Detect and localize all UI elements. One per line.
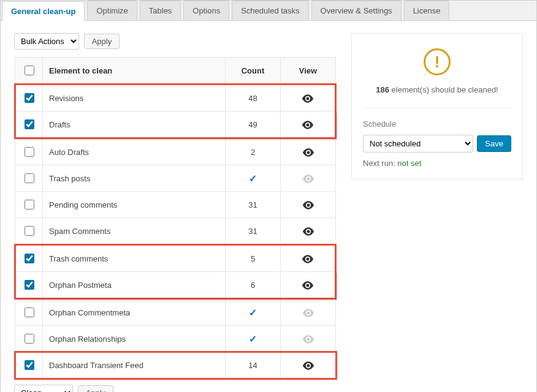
row-label: Drafts xyxy=(43,111,226,138)
select-all-checkbox[interactable] xyxy=(25,66,34,75)
row-count: 5 xyxy=(226,245,281,272)
row-view xyxy=(281,138,336,165)
row-checkbox[interactable] xyxy=(25,280,34,290)
eye-icon[interactable] xyxy=(302,335,314,344)
bulk-actions-bottom: Clean Apply xyxy=(14,385,337,392)
row-count: ✓ xyxy=(226,326,281,352)
eye-icon[interactable] xyxy=(302,309,314,317)
col-element: Element to clean xyxy=(43,58,226,85)
table-row: Drafts49 xyxy=(15,111,336,138)
apply-button-top[interactable]: Apply xyxy=(84,34,120,49)
bulk-actions-select[interactable]: Bulk Actions xyxy=(14,33,79,50)
row-checkbox[interactable] xyxy=(25,147,34,157)
table-row: Orphan Postmeta6 xyxy=(15,272,336,299)
row-view xyxy=(281,272,336,299)
row-count: 2 xyxy=(226,138,281,165)
row-label: Auto Drafts xyxy=(43,138,226,165)
summary-count: 186 xyxy=(376,85,389,94)
table-row: Trash comments5 xyxy=(15,245,336,272)
schedule-title: Schedule xyxy=(363,119,511,129)
eye-icon[interactable] xyxy=(302,255,314,263)
warning-icon: ! xyxy=(424,48,451,75)
row-view xyxy=(281,111,336,138)
save-button[interactable]: Save xyxy=(477,135,511,152)
row-checkbox[interactable] xyxy=(25,93,34,103)
row-count: 49 xyxy=(226,111,281,138)
row-label: Pending comments xyxy=(43,192,226,218)
row-view xyxy=(281,326,336,352)
row-checkbox[interactable] xyxy=(25,119,34,129)
table-row: Pending comments31 xyxy=(15,192,336,218)
row-checkbox[interactable] xyxy=(25,173,34,183)
eye-icon[interactable] xyxy=(302,175,314,183)
sidebar-panel: ! 186 element(s) should be cleaned! Sche… xyxy=(351,33,523,179)
eye-icon[interactable] xyxy=(302,281,314,290)
tab-scheduled-tasks[interactable]: Scheduled tasks xyxy=(232,1,308,20)
row-label: Orphan Commentmeta xyxy=(43,299,226,326)
row-view xyxy=(281,165,336,192)
row-view xyxy=(281,245,336,272)
row-count: 14 xyxy=(226,352,281,379)
tab-tables[interactable]: Tables xyxy=(140,1,181,20)
eye-icon[interactable] xyxy=(302,201,314,209)
eye-icon[interactable] xyxy=(302,148,314,157)
tab-general-clean-up[interactable]: General clean-up xyxy=(2,1,85,21)
table-row: Auto Drafts2 xyxy=(15,138,336,165)
tab-license[interactable]: License xyxy=(404,1,450,20)
tabs: General clean-upOptimizeTablesOptionsSch… xyxy=(1,1,536,21)
row-checkbox[interactable] xyxy=(25,254,34,263)
check-icon: ✓ xyxy=(249,334,257,344)
eye-icon[interactable] xyxy=(302,94,314,103)
row-count: 48 xyxy=(226,85,281,111)
row-count: 31 xyxy=(226,218,281,245)
row-label: Trash posts xyxy=(43,165,226,192)
next-run: Next run: not set xyxy=(363,159,511,168)
clean-select[interactable]: Clean xyxy=(14,385,73,392)
row-label: Orphan Postmeta xyxy=(43,272,226,299)
eye-icon[interactable] xyxy=(302,227,314,236)
row-checkbox[interactable] xyxy=(25,307,34,317)
row-label: Orphan Relationships xyxy=(43,326,226,352)
row-count: 31 xyxy=(226,192,281,218)
row-view xyxy=(281,192,336,218)
row-label: Trash comments xyxy=(43,245,226,272)
table-row: Revisions48 xyxy=(15,85,336,111)
table-row: Spam Comments31 xyxy=(15,218,336,245)
select-all-header xyxy=(15,58,43,85)
table-row: Orphan Commentmeta✓ xyxy=(15,299,336,326)
next-run-value: not set xyxy=(397,159,421,168)
col-view: View xyxy=(281,58,336,85)
row-label: Revisions xyxy=(43,85,226,111)
row-checkbox[interactable] xyxy=(25,226,34,236)
table-row: Dashboard Transient Feed14 xyxy=(15,352,336,379)
table-row: Trash posts✓ xyxy=(15,165,336,192)
row-count: ✓ xyxy=(226,165,281,192)
apply-button-bottom[interactable]: Apply xyxy=(78,385,114,392)
eye-icon[interactable] xyxy=(302,361,314,370)
bulk-actions-top: Bulk Actions Apply xyxy=(14,33,337,50)
summary-suffix: element(s) should be cleaned! xyxy=(389,85,498,94)
row-checkbox[interactable] xyxy=(25,334,34,344)
check-icon: ✓ xyxy=(249,173,257,184)
cleanup-table: Element to clean Count View Revisions48D… xyxy=(14,57,337,379)
row-view xyxy=(281,352,336,379)
row-view xyxy=(281,299,336,326)
row-checkbox[interactable] xyxy=(25,360,34,370)
tab-options[interactable]: Options xyxy=(183,1,229,20)
row-label: Spam Comments xyxy=(43,218,226,245)
row-checkbox[interactable] xyxy=(25,200,34,209)
row-view xyxy=(281,218,336,245)
check-icon: ✓ xyxy=(249,307,257,318)
row-label: Dashboard Transient Feed xyxy=(43,352,226,379)
table-row: Orphan Relationships✓ xyxy=(15,326,336,352)
col-count: Count xyxy=(226,58,281,85)
row-count: 6 xyxy=(226,272,281,299)
row-view xyxy=(281,85,336,111)
next-run-label: Next run: xyxy=(363,159,397,168)
tab-overview-settings[interactable]: Overview & Settings xyxy=(311,1,402,20)
row-count: ✓ xyxy=(226,299,281,326)
schedule-select[interactable]: Not scheduled xyxy=(363,135,473,153)
summary-text: 186 element(s) should be cleaned! xyxy=(363,85,511,94)
eye-icon[interactable] xyxy=(302,121,314,129)
tab-optimize[interactable]: Optimize xyxy=(87,1,137,20)
